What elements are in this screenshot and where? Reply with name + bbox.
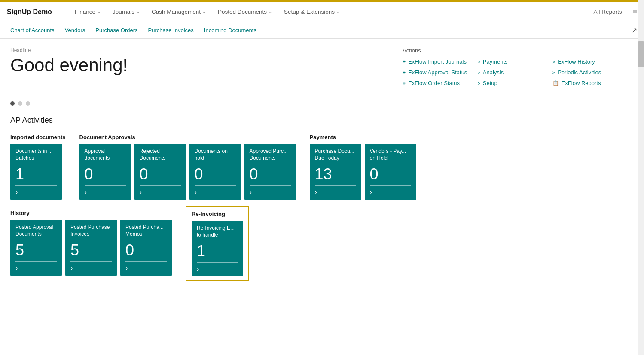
subnav-chart-of-accounts[interactable]: Chart of Accounts: [7, 25, 58, 35]
tile-arrow-pa: ›: [15, 264, 57, 272]
subnav-purchase-orders[interactable]: Purchase Orders: [92, 25, 141, 35]
nav-right: All Reports ≡: [593, 7, 637, 17]
setup-chevron-icon: ⌄: [336, 9, 340, 14]
tile-divider-vendors: [370, 185, 411, 186]
tile-divider-ri: [197, 262, 238, 263]
subnav-vendors[interactable]: Vendors: [61, 25, 89, 35]
nav-setup-extensions[interactable]: Setup & Extensions ⌄: [279, 7, 345, 17]
tile-divider-pa: [15, 261, 57, 262]
tile-divider-due: [315, 185, 356, 186]
tile-arrow-approval: ›: [85, 188, 126, 196]
tile-rejected-value: 0: [140, 167, 181, 182]
action-exflow-import[interactable]: + ExFlow Import Journals: [403, 57, 467, 66]
posted-chevron-icon: ⌄: [269, 9, 272, 14]
hamburger-icon[interactable]: ≡: [632, 7, 637, 16]
tile-arrow-due: ›: [315, 188, 356, 196]
action-exflow-reports[interactable]: 📋 ExFlow Reports: [552, 79, 617, 88]
group-payments: Payments Purchase Docu... Due Today 13 ›…: [310, 134, 416, 200]
action-payments[interactable]: > Payments: [477, 57, 542, 66]
scrollbar-track: [638, 0, 644, 300]
group-reinvoicing-label: Re-Invoicing: [192, 211, 243, 217]
history-groups: History Posted Approval Documents 5 › Po…: [10, 210, 617, 281]
action-analysis[interactable]: > Analysis: [477, 68, 542, 77]
tile-arrow-vendors: ›: [370, 188, 411, 196]
tile-docs-on-hold[interactable]: Documents on hold 0 ›: [189, 144, 241, 200]
action-exflow-order[interactable]: + ExFlow Order Status: [403, 79, 467, 88]
group-imported-docs: Imported documents Documents in ... Batc…: [10, 134, 66, 200]
actions-label: Actions: [403, 47, 617, 54]
plus-icon-3: +: [403, 80, 406, 86]
group-history-label: History: [10, 210, 172, 216]
tile-approval-title: Approval documents: [85, 148, 126, 165]
tile-arrow-rejected: ›: [140, 188, 181, 196]
journals-chevron-icon: ⌄: [136, 9, 140, 14]
tile-vendors-hold[interactable]: Vendors - Pay... on Hold 0 ›: [365, 144, 416, 200]
tile-rejected-docs[interactable]: Rejected Documents 0 ›: [134, 144, 186, 200]
headline-text: Good evening!: [10, 55, 385, 76]
nav-finance[interactable]: Finance ⌄: [70, 7, 106, 17]
tile-batches-value: 1: [15, 167, 57, 182]
doc-icon: 📋: [552, 80, 559, 86]
group-imported-label: Imported documents: [10, 134, 66, 140]
nav-cash-management[interactable]: Cash Management ⌄: [147, 7, 211, 17]
payments-tiles-row: Purchase Docu... Due Today 13 › Vendors …: [310, 144, 416, 200]
action-exflow-history[interactable]: > ExFlow History: [552, 57, 617, 66]
nav-posted-documents[interactable]: Posted Documents ⌄: [213, 7, 277, 17]
finance-chevron-icon: ⌄: [97, 9, 101, 14]
headline-label: Headline: [10, 47, 385, 53]
tile-purchase-due[interactable]: Purchase Docu... Due Today 13 ›: [310, 144, 361, 200]
ap-activities-title: AP Activities: [10, 116, 617, 125]
tile-hold-title: Documents on hold: [195, 148, 236, 165]
approvals-tiles-row: Approval documents 0 › Rejected Document…: [79, 144, 296, 200]
tile-posted-memos-title: Posted Purcha... Memos: [125, 224, 167, 241]
activity-groups: Imported documents Documents in ... Batc…: [10, 134, 617, 200]
nav-separator: [627, 7, 627, 17]
tile-divider-hold: [195, 185, 236, 186]
group-approvals-label: Document Approvals: [79, 134, 296, 140]
tile-due-title: Purchase Docu... Due Today: [315, 148, 356, 165]
ap-activities-section: AP Activities Imported documents Documen…: [10, 116, 617, 281]
tile-approved-value: 0: [250, 167, 291, 182]
tile-divider-rejected: [140, 185, 181, 186]
navbar: SignUp Demo Finance ⌄ Journals ⌄ Cash Ma…: [0, 2, 644, 22]
tile-arrow-pm: ›: [125, 264, 167, 272]
dot-2[interactable]: [18, 101, 22, 106]
tile-approved-purch[interactable]: Approved Purc... Documents 0 ›: [244, 144, 296, 200]
tile-posted-memos[interactable]: Posted Purcha... Memos 0 ›: [120, 220, 172, 276]
tile-reinvoicing[interactable]: Re-Invoicing E... to handle 1 ›: [192, 221, 243, 276]
cash-chevron-icon: ⌄: [202, 9, 206, 14]
tile-posted-purchase-value: 5: [70, 243, 112, 258]
chevron-icon-periodic: >: [552, 70, 555, 75]
nav-journals[interactable]: Journals ⌄: [107, 7, 145, 17]
dot-1[interactable]: [10, 101, 15, 106]
subnav-purchase-invoices[interactable]: Purchase Invoices: [145, 25, 197, 35]
hero-right: Actions + ExFlow Import Journals > Payme…: [403, 47, 617, 88]
actions-grid: + ExFlow Import Journals > Payments > Ex…: [403, 57, 617, 88]
tile-hold-value: 0: [195, 167, 236, 182]
tile-vendors-title: Vendors - Pay... on Hold: [370, 148, 411, 165]
tile-arrow-pp: ›: [70, 264, 112, 272]
all-reports-link[interactable]: All Reports: [593, 9, 622, 15]
tile-documents-batches[interactable]: Documents in ... Batches 1 ›: [10, 144, 62, 200]
tile-divider-pp: [70, 261, 112, 262]
chevron-icon-payments: >: [477, 59, 480, 64]
action-periodic[interactable]: > Periodic Activities: [552, 68, 617, 77]
reinvoicing-tiles-row: Re-Invoicing E... to handle 1 ›: [192, 221, 243, 276]
tile-divider-pm: [125, 261, 167, 262]
tile-posted-approval[interactable]: Posted Approval Documents 5 ›: [10, 220, 62, 276]
tile-approval-docs[interactable]: Approval documents 0 ›: [79, 144, 131, 200]
tile-posted-purchase-title: Posted Purchase Invoices: [70, 224, 112, 241]
tile-posted-purchase[interactable]: Posted Purchase Invoices 5 ›: [65, 220, 117, 276]
group-history: History Posted Approval Documents 5 › Po…: [10, 210, 172, 281]
dot-3[interactable]: [26, 101, 30, 106]
tile-divider: [15, 185, 57, 186]
group-reinvoicing: Re-Invoicing Re-Invoicing E... to handle…: [186, 206, 249, 281]
action-exflow-approval[interactable]: + ExFlow Approval Status: [403, 68, 467, 77]
scrollbar-thumb[interactable]: [638, 41, 644, 67]
tile-arrow-approved: ›: [250, 188, 291, 196]
expand-icon[interactable]: ↗: [632, 26, 637, 34]
tile-arrow-ri: ›: [197, 265, 238, 273]
subnav-incoming-documents[interactable]: Incoming Documents: [201, 25, 260, 35]
action-setup[interactable]: > Setup: [477, 79, 542, 88]
tile-reinvoicing-value: 1: [197, 243, 238, 259]
